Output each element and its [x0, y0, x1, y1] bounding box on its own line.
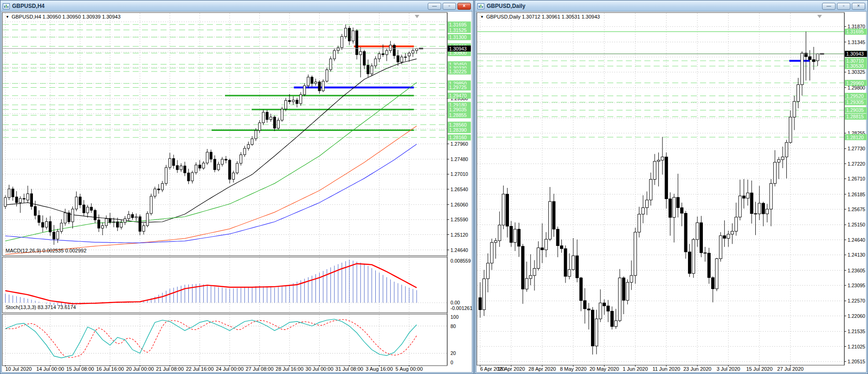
svg-text:24 Jul 00:00: 24 Jul 00:00: [216, 366, 244, 372]
svg-text:1.31525: 1.31525: [449, 27, 467, 33]
svg-text:1.26710: 1.26710: [848, 176, 865, 181]
svg-text:1.28120: 1.28120: [846, 135, 864, 140]
window-titlebar[interactable]: GBPUSD,H4 — ▫ ×: [1, 1, 473, 12]
chart-window-daily: GBPUSD,Daily — ▫ × 1.318701.313451.30325…: [475, 0, 868, 374]
svg-text:30 Jul 00:00: 30 Jul 00:00: [306, 366, 334, 372]
close-button[interactable]: ×: [457, 3, 471, 10]
restore-button[interactable]: ▫: [443, 3, 456, 10]
svg-text:1.27010: 1.27010: [450, 171, 468, 177]
window-title: GBPUSD,Daily: [487, 3, 525, 9]
svg-text:1.30943: 1.30943: [846, 51, 864, 57]
svg-text:1.24130: 1.24130: [848, 252, 865, 258]
svg-text:5 Aug 00:00: 5 Aug 00:00: [396, 366, 423, 372]
svg-text:20: 20: [450, 350, 456, 356]
svg-text:1.23605: 1.23605: [848, 268, 865, 273]
time-axis[interactable]: 6 Apr 202016 Apr 202028 Apr 20208 May 20…: [480, 365, 804, 372]
svg-text:1.27730: 1.27730: [848, 146, 865, 151]
svg-text:1.27220: 1.27220: [848, 161, 865, 167]
restore-button[interactable]: ▫: [837, 3, 850, 10]
svg-text:100: 100: [450, 314, 459, 320]
svg-text:20 May 2020: 20 May 2020: [590, 366, 619, 372]
svg-text:1.28815: 1.28815: [846, 114, 864, 119]
svg-text:31 Jul 08:00: 31 Jul 08:00: [335, 366, 363, 372]
svg-text:1.31695: 1.31695: [449, 22, 467, 27]
svg-text:1.24640: 1.24640: [450, 247, 468, 253]
ohlc-values: GBPUSD,H4 1.30950 1.30950 1.30939 1.3094…: [12, 14, 121, 19]
svg-text:23 Jun 2020: 23 Jun 2020: [683, 366, 712, 372]
svg-text:1.23095: 1.23095: [848, 283, 865, 288]
svg-text:1.22570: 1.22570: [848, 298, 865, 303]
h4-chart-canvas[interactable]: 1.293801.279601.274801.270101.265401.260…: [2, 12, 473, 373]
svg-text:1.28390: 1.28390: [449, 127, 467, 133]
svg-text:16 Jul 16:00: 16 Jul 16:00: [96, 366, 124, 372]
svg-text:1.26185: 1.26185: [848, 192, 865, 197]
svg-text:1.22060: 1.22060: [848, 313, 865, 319]
chevron-down-icon[interactable]: ▼: [480, 15, 484, 19]
svg-text:21 Jul 08:00: 21 Jul 08:00: [156, 366, 184, 372]
chart-window-h4: GBPUSD,H4 — ▫ × 1.293801.279601.274801.2…: [0, 0, 474, 374]
svg-text:1.30943: 1.30943: [449, 46, 467, 52]
svg-text:1.28560: 1.28560: [449, 122, 467, 128]
minimize-button[interactable]: —: [822, 3, 836, 10]
h4-chart-area[interactable]: 1.293801.279601.274801.270101.265401.260…: [1, 11, 472, 373]
chart-icon: [3, 3, 10, 9]
svg-text:3 Jul 2020: 3 Jul 2020: [717, 366, 740, 372]
time-axis[interactable]: 10 Jul 202014 Jul 00:0015 Jul 08:0016 Ju…: [6, 365, 423, 372]
svg-text:1.30225: 1.30225: [449, 69, 467, 74]
stoch-indicator-label: Stoch(13,3,3) 83.3714 73.6174: [6, 304, 76, 310]
svg-text:20 Jul 00:00: 20 Jul 00:00: [126, 366, 154, 372]
pane-frames: [477, 13, 844, 365]
svg-text:1.20515: 1.20515: [848, 359, 865, 364]
svg-text:1.28855: 1.28855: [449, 112, 467, 118]
macd-indicator-label: MACD(12,26,9) 0.002535 0.002992: [6, 248, 86, 253]
ohlc-info-line: ▼ GBPUSD,Daily 1.30712 1.30961 1.30531 1…: [480, 14, 600, 19]
svg-text:1.27960: 1.27960: [450, 141, 468, 147]
svg-text:1.29960: 1.29960: [846, 80, 864, 86]
svg-text:1.29035: 1.29035: [846, 107, 864, 113]
svg-text:1.25150: 1.25150: [848, 222, 865, 227]
svg-text:15 Jul 2020: 15 Jul 2020: [746, 366, 772, 372]
svg-text:1.31695: 1.31695: [846, 29, 864, 34]
svg-text:1.28160: 1.28160: [449, 135, 467, 140]
svg-text:28 Jul 16:00: 28 Jul 16:00: [276, 366, 303, 372]
pane-frames: [2, 13, 447, 366]
svg-text:0.008559: 0.008559: [450, 258, 471, 264]
svg-text:22 Jul 16:00: 22 Jul 16:00: [186, 366, 214, 372]
svg-text:1.25675: 1.25675: [848, 206, 865, 212]
ohlc-values: GBPUSD,Daily 1.30712 1.30961 1.30531 1.3…: [486, 14, 600, 19]
minimize-button[interactable]: —: [428, 3, 441, 10]
svg-text:1.25590: 1.25590: [450, 217, 468, 222]
svg-text:1.30325: 1.30325: [848, 69, 865, 75]
svg-text:1.21535: 1.21535: [848, 329, 865, 334]
svg-text:1.30530: 1.30530: [846, 63, 864, 69]
window-title: GBPUSD,H4: [12, 3, 45, 9]
svg-text:1.26060: 1.26060: [450, 202, 468, 207]
svg-text:1.29520: 1.29520: [846, 93, 864, 99]
ohlc-info-line: ▼ GBPUSD,H4 1.30950 1.30950 1.30939 1.30…: [6, 14, 121, 19]
svg-text:1.21025: 1.21025: [848, 344, 865, 349]
mt4-workspace: GBPUSD,H4 — ▫ × 1.293801.279601.274801.2…: [0, 0, 868, 374]
svg-text:1.29725: 1.29725: [449, 84, 467, 90]
svg-text:1.26540: 1.26540: [450, 187, 468, 192]
chart-icon: [477, 3, 484, 9]
price-axis[interactable]: 1.293801.279601.274801.270101.265401.260…: [447, 21, 471, 252]
svg-text:8 May 2020: 8 May 2020: [560, 366, 586, 372]
svg-text:11 Jun 2020: 11 Jun 2020: [652, 366, 680, 372]
svg-text:1.27480: 1.27480: [450, 156, 468, 162]
svg-text:1.29470: 1.29470: [449, 93, 467, 98]
svg-text:27 Jul 08:00: 27 Jul 08:00: [246, 366, 274, 372]
window-titlebar[interactable]: GBPUSD,Daily — ▫ ×: [476, 1, 867, 12]
chevron-down-icon[interactable]: ▼: [6, 15, 9, 19]
svg-text:27 Jul 2020: 27 Jul 2020: [777, 366, 804, 372]
price-axis[interactable]: 1.318701.313451.303251.298001.282551.277…: [844, 24, 867, 364]
svg-text:3 Aug 16:00: 3 Aug 16:00: [366, 366, 393, 372]
svg-text:1.31345: 1.31345: [848, 39, 865, 45]
svg-text:28 Apr 2020: 28 Apr 2020: [528, 366, 556, 372]
svg-text:80: 80: [450, 323, 456, 329]
close-button[interactable]: ×: [852, 3, 865, 10]
daily-chart-area[interactable]: 1.318701.313451.303251.298001.282551.277…: [476, 11, 867, 373]
daily-chart-canvas[interactable]: 1.318701.313451.303251.298001.282551.277…: [476, 12, 867, 373]
svg-text:15 Jul 08:00: 15 Jul 08:00: [66, 366, 94, 372]
svg-text:1.25120: 1.25120: [450, 232, 468, 238]
svg-text:1.24640: 1.24640: [848, 237, 865, 243]
